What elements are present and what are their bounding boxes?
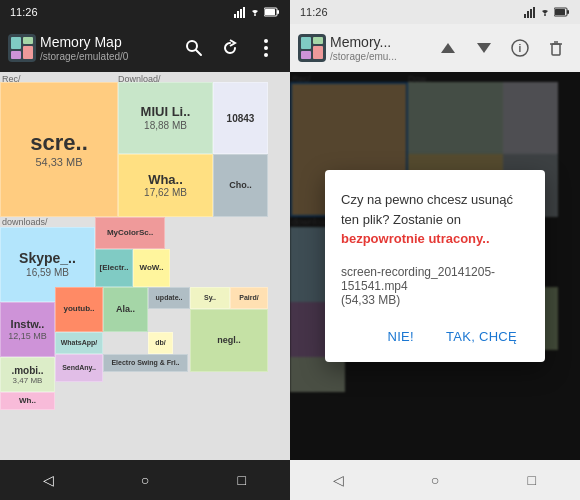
search-icon: [185, 39, 203, 57]
back-button-1[interactable]: ◁: [28, 460, 68, 500]
cell-10843[interactable]: 10843: [213, 82, 268, 154]
cell-negl-label: negl..: [217, 336, 241, 346]
svg-rect-0: [234, 14, 236, 18]
cell-cho-label: Cho..: [229, 181, 252, 191]
cell-sy-label: Sy..: [204, 294, 216, 302]
cell-cho[interactable]: Cho..: [213, 154, 268, 217]
cell-electroswing-label: Electro Swing & Fri..: [111, 359, 179, 367]
dialog-yes-button[interactable]: Tak, chcę: [434, 323, 529, 350]
cell-mobi-label: .mobi..: [11, 365, 43, 376]
up-button-2[interactable]: [432, 32, 464, 64]
cell-negl[interactable]: negl..: [190, 309, 268, 372]
svg-rect-3: [243, 7, 245, 18]
more-button-1[interactable]: [250, 32, 282, 64]
svg-rect-20: [530, 9, 532, 18]
cell-instw-size: 12,15 MB: [8, 331, 47, 341]
wifi-icon-2: [539, 6, 551, 18]
cell-miui[interactable]: MIUI Li.. 18,88 MB: [118, 82, 213, 154]
cell-sendany-label: SendAny..: [62, 364, 96, 372]
svg-rect-2: [240, 9, 242, 18]
cell-10843-label: 10843: [227, 113, 255, 124]
home-button-2[interactable]: ○: [415, 460, 455, 500]
home-button-1[interactable]: ○: [125, 460, 165, 500]
svg-rect-35: [552, 44, 560, 55]
toolbar-subtitle-2: /storage/emu...: [330, 51, 428, 62]
cell-instw[interactable]: Instw.. 12,15 MB: [0, 302, 55, 357]
recents-button-1[interactable]: □: [222, 460, 262, 500]
cell-miui-size: 18,88 MB: [144, 120, 187, 131]
cell-wow[interactable]: WoW..: [133, 249, 170, 287]
battery-icon-2: [554, 7, 570, 17]
cell-whatsapp[interactable]: WhatsApp/: [55, 332, 103, 354]
cell-mobi[interactable]: .mobi.. 3,47 MB: [0, 357, 55, 392]
dialog-no-button[interactable]: Nie!: [375, 323, 425, 350]
time-1: 11:26: [10, 6, 38, 18]
cell-ala-label: Ala..: [116, 305, 135, 315]
svg-rect-6: [277, 10, 279, 14]
down-icon: [475, 39, 493, 57]
battery-icon: [264, 7, 280, 17]
cell-sendany[interactable]: SendAny..: [55, 354, 103, 382]
toolbar-1: Memory Map /storage/emulated/0: [0, 24, 290, 72]
down-button-2[interactable]: [468, 32, 500, 64]
cell-electroswing[interactable]: Electro Swing & Fri..: [103, 354, 188, 372]
info-button-2[interactable]: i: [504, 32, 536, 64]
status-icons-2: [524, 6, 570, 18]
cell-wha[interactable]: Wha.. 17,62 MB: [118, 154, 213, 217]
cell-sy[interactable]: Sy..: [190, 287, 230, 309]
cell-instw-label: Instw..: [11, 318, 45, 330]
cell-wow-label: WoW..: [140, 264, 164, 273]
refresh-button-1[interactable]: [214, 32, 246, 64]
svg-rect-1: [237, 11, 239, 18]
cell-skype-size: 16,59 MB: [26, 267, 69, 278]
folder-download: Download/: [118, 74, 161, 84]
recents-button-2[interactable]: □: [512, 460, 552, 500]
svg-rect-9: [11, 37, 21, 49]
cell-whatsapp-label: WhatsApp/: [61, 339, 98, 347]
cell-wh-label: Wh..: [19, 397, 36, 406]
status-bar-2: 11:26: [290, 0, 580, 24]
cell-miui-label: MIUI Li..: [141, 105, 191, 119]
dialog-message: Czy na pewno chcesz usunąć ten plik? Zos…: [341, 190, 529, 249]
signal-icon-2: [524, 6, 536, 18]
cell-electr[interactable]: [Electr..: [95, 249, 133, 287]
delete-button-2[interactable]: [540, 32, 572, 64]
svg-rect-30: [301, 51, 311, 59]
svg-text:i: i: [519, 43, 522, 54]
search-button-1[interactable]: [178, 32, 210, 64]
wifi-icon: [249, 6, 261, 18]
cell-mycolor[interactable]: MyColorSc..: [95, 217, 165, 249]
time-2: 11:26: [300, 6, 328, 18]
app-icon-2: [298, 34, 326, 62]
phone2-content: Rec/ Dow.. downloads/ Czy na pewno chces…: [290, 72, 580, 460]
cell-paird[interactable]: Paird/: [230, 287, 268, 309]
cell-scre-label: scre..: [30, 131, 88, 155]
cell-wha-label: Wha..: [148, 173, 183, 187]
cell-scre-size: 54,33 MB: [35, 156, 82, 168]
dialog-buttons: Nie! Tak, chcę: [341, 323, 529, 350]
up-icon: [439, 39, 457, 57]
svg-rect-18: [524, 14, 526, 18]
status-bar-1: 11:26: [0, 0, 290, 24]
cell-db[interactable]: db/: [148, 332, 173, 354]
svg-point-4: [254, 14, 256, 16]
svg-point-17: [264, 53, 268, 57]
cell-mobi-size: 3,47 MB: [13, 376, 43, 385]
svg-marker-31: [441, 43, 455, 53]
cell-update[interactable]: update..: [148, 287, 190, 309]
cell-scre[interactable]: scre.. 54,33 MB: [0, 82, 118, 217]
cell-update-label: update..: [156, 294, 183, 302]
signal-icon: [234, 6, 246, 18]
cell-ytb-label: youtub..: [63, 305, 94, 314]
more-icon: [264, 39, 268, 57]
cell-ytb[interactable]: youtub..: [55, 287, 103, 332]
back-button-2[interactable]: ◁: [318, 460, 358, 500]
svg-point-15: [264, 39, 268, 43]
treemap-1: Rec/ scre.. 54,33 MB Download/ MIUI Li..…: [0, 72, 290, 460]
delete-icon: [547, 39, 565, 57]
app-icon: [8, 34, 36, 62]
cell-wh[interactable]: Wh..: [0, 392, 55, 410]
svg-rect-24: [567, 10, 569, 14]
cell-ala[interactable]: Ala..: [103, 287, 148, 332]
svg-rect-25: [555, 9, 565, 15]
